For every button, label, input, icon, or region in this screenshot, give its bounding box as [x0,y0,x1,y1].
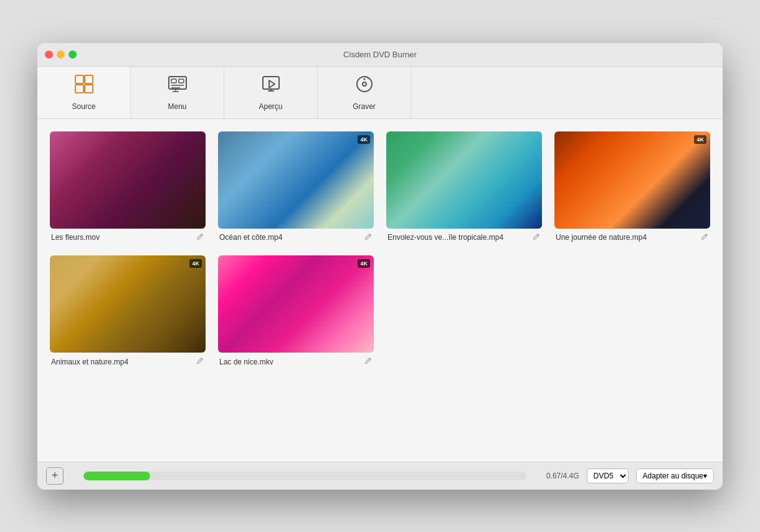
apercu-icon [261,74,281,98]
video-info-5: Animaux et nature.mp4 [50,356,206,367]
apercu-label: Aperçu [259,102,282,111]
svg-line-20 [537,235,538,236]
video-name-1: Les fleurs.mov [51,233,192,242]
edit-icon-2[interactable] [364,232,373,243]
video-item-3[interactable]: Envolez-vous ve...île tropicale.mp4 [386,131,542,243]
edit-icon-3[interactable] [532,232,541,243]
svg-rect-2 [75,85,83,93]
tab-menu[interactable]: Menu [131,67,224,118]
title-bar: Cisdem DVD Burner [37,43,723,67]
video-info-6: Lac de nice.mkv [218,356,374,367]
svg-rect-6 [179,79,184,83]
4k-badge: 4K [694,135,706,144]
svg-line-19 [369,235,370,236]
video-thumbnail-2: 4K [218,131,374,229]
video-thumbnail-3 [386,131,542,229]
svg-rect-3 [85,85,93,93]
storage-label: 0.67/4.4G [546,472,579,480]
video-name-6: Lac de nice.mkv [219,358,360,366]
maximize-button[interactable] [69,50,77,59]
fit-disk-button[interactable]: Adapter au disque▾ [636,468,714,483]
menu-label: Menu [168,102,186,111]
progress-bar-fill [83,472,150,480]
video-name-5: Animaux et nature.mp4 [51,358,192,366]
minimize-button[interactable] [57,50,65,59]
video-item-1[interactable]: Les fleurs.mov [50,131,206,243]
video-name-3: Envolez-vous ve...île tropicale.mp4 [387,233,528,242]
svg-rect-1 [85,75,93,83]
video-info-1: Les fleurs.mov [50,232,206,243]
video-thumbnail-4: 4K [554,131,710,229]
tab-source[interactable]: Source [37,67,131,118]
edit-icon-1[interactable] [196,232,204,243]
svg-line-22 [201,359,202,360]
edit-icon-4[interactable] [700,232,709,243]
video-name-2: Océan et côte.mp4 [219,233,360,242]
close-button[interactable] [45,50,53,59]
source-label: Source [72,102,95,111]
graver-icon [354,74,374,98]
svg-rect-5 [171,79,176,83]
edit-icon-6[interactable] [364,356,373,367]
tab-graver[interactable]: Graver [318,67,411,118]
window-title: Cisdem DVD Burner [343,50,417,59]
svg-marker-12 [269,80,275,88]
content-area: Les fleurs.mov 4KOcéan et côte.mp4 Envol… [37,119,723,462]
traffic-lights [45,50,77,59]
video-item-2[interactable]: 4KOcéan et côte.mp4 [218,131,374,243]
video-thumbnail-5: 4K [50,255,206,353]
video-item-4[interactable]: 4KUne journée de nature.mp4 [554,131,710,243]
video-thumbnail-1 [50,131,206,229]
svg-point-16 [363,82,366,86]
video-thumbnail-6: 4K [218,255,374,353]
edit-icon-5[interactable] [196,356,204,367]
svg-point-17 [363,78,365,80]
video-item-6[interactable]: 4KLac de nice.mkv [218,255,374,367]
toolbar: Source Menu [37,67,723,119]
source-icon [74,74,94,98]
tab-apercu[interactable]: Aperçu [224,67,318,118]
4k-badge: 4K [358,135,370,144]
4k-badge: 4K [189,259,202,268]
svg-line-21 [705,235,706,236]
video-name-4: Une journée de nature.mp4 [556,233,696,242]
menu-icon [168,74,188,98]
add-video-button[interactable]: + [46,467,64,485]
bottom-bar: + 0.67/4.4G DVD5DVD9 Adapter au disque▾ [37,462,723,490]
video-grid: Les fleurs.mov 4KOcéan et côte.mp4 Envol… [50,131,710,368]
4k-badge: 4K [358,259,370,268]
graver-label: Graver [353,102,376,111]
video-item-5[interactable]: 4KAnimaux et nature.mp4 [50,255,206,367]
dvd-type-select[interactable]: DVD5DVD9 [587,468,629,483]
svg-line-18 [201,235,202,236]
progress-bar-container [83,472,526,480]
video-info-4: Une journée de nature.mp4 [554,232,710,243]
main-window: Cisdem DVD Burner Source [37,43,723,490]
video-info-3: Envolez-vous ve...île tropicale.mp4 [386,232,542,243]
svg-rect-0 [75,75,83,83]
svg-line-23 [369,359,370,360]
video-info-2: Océan et côte.mp4 [218,232,374,243]
